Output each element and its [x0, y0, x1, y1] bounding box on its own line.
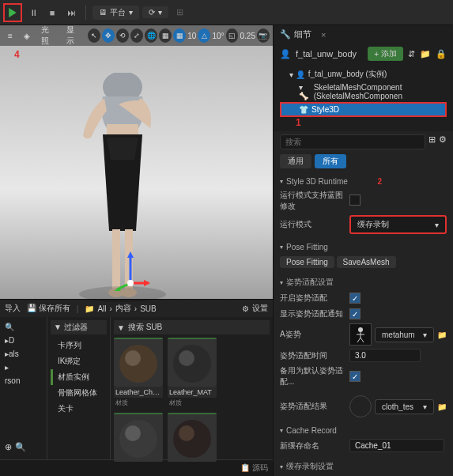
- cachename-input[interactable]: Cache_01: [349, 439, 444, 452]
- svg-point-19: [125, 425, 141, 441]
- posefit-button[interactable]: Pose Fitting: [280, 256, 334, 268]
- annotation-4: 4: [14, 49, 20, 60]
- askel-dropdown[interactable]: metahum▾: [375, 327, 434, 342]
- svg-point-13: [127, 280, 134, 286]
- settings-icon[interactable]: ⚙: [439, 134, 447, 149]
- svg-line-25: [357, 338, 361, 342]
- platform-dropdown[interactable]: 🖥平台▾: [92, 6, 139, 20]
- showpose-checkbox[interactable]: ✓: [349, 308, 361, 319]
- asset-thumb[interactable]: Leather_MAT材质: [168, 338, 217, 408]
- cursor-icon[interactable]: ↖: [88, 28, 100, 43]
- details-panel: 🔧细节× 👤 f_tal_unw_body + 添加 ⇵ 📁 🔒 ▾ 👤 f_t…: [273, 25, 453, 476]
- close-icon[interactable]: ×: [321, 30, 326, 40]
- angle-snap-icon[interactable]: △: [198, 28, 210, 43]
- add-component-button[interactable]: + 添加: [368, 47, 403, 61]
- settings-button[interactable]: ⚙设置: [242, 303, 268, 314]
- pause-icon[interactable]: ⏸: [25, 5, 41, 21]
- category-cachecfg[interactable]: 缓存录制设置: [280, 459, 447, 474]
- surface-icon[interactable]: ▦: [159, 28, 172, 43]
- savemesh-button[interactable]: SaveAsMesh: [337, 256, 396, 268]
- filter-item[interactable]: 关卡: [51, 401, 107, 417]
- source-item[interactable]: ▸als: [3, 347, 43, 361]
- svg-point-15: [125, 350, 141, 366]
- category-posefit[interactable]: Pose Fitting: [280, 240, 447, 254]
- tree-root[interactable]: ▾ 👤 f_tal_unw_body (实例): [280, 67, 447, 81]
- annotation-1: 1: [280, 117, 447, 128]
- filter-general[interactable]: 通用: [280, 154, 311, 168]
- category-runtime[interactable]: Style 3D Runtime2: [280, 175, 447, 188]
- footer-text: 📋 源码: [240, 463, 268, 474]
- filter-item[interactable]: 骨骼网格体: [51, 385, 107, 401]
- top-toolbar: ⏸ ■ ⏭ 🖥平台▾ ⟳▾ ⊞: [0, 0, 453, 25]
- svg-point-17: [179, 350, 194, 366]
- source-item[interactable]: ▸D: [3, 334, 43, 347]
- search-icon[interactable]: 🔍: [15, 442, 26, 452]
- import-button[interactable]: 导入: [5, 303, 21, 314]
- settings-dropdown[interactable]: ⟳▾: [142, 6, 168, 18]
- save-all-button[interactable]: 💾 保存所有: [27, 303, 70, 314]
- viewport[interactable]: ≡ ◈ 光照 显示 ↖ ✥ ⟲ ⤢ 🌐 ▦ ▦ 10 △ 10° ◱ 0.25 …: [0, 25, 273, 299]
- filter-icon[interactable]: ⊞: [428, 134, 436, 149]
- runmode-dropdown[interactable]: 缓存录制▾: [349, 215, 447, 234]
- posetime-input[interactable]: 3.0: [349, 349, 421, 362]
- filter-item[interactable]: 卡序列: [51, 338, 107, 353]
- skip-icon[interactable]: ⏭: [63, 5, 79, 21]
- category-cache[interactable]: Cache Record: [280, 424, 447, 437]
- source-item[interactable]: ▸: [3, 361, 43, 374]
- cloth-asset-icon[interactable]: [349, 395, 372, 417]
- scale-icon[interactable]: ⤢: [130, 28, 143, 43]
- object-name: f_tal_unw_body: [296, 49, 363, 59]
- component-tree: ▾ 👤 f_tal_unw_body (实例) ▾ 🦴 SkeletalMesh…: [274, 64, 453, 131]
- browse-icon[interactable]: 📁: [437, 331, 447, 339]
- search-icon[interactable]: 🔍: [5, 323, 14, 331]
- poseresult-dropdown[interactable]: cloth_tes▾: [375, 399, 434, 414]
- content-filters: ▼ 过滤器 卡序列 IK绑定 材质实例 骨骼网格体 关卡: [47, 317, 111, 459]
- grid-snap-icon[interactable]: ▦: [173, 28, 186, 43]
- tree-skeletal[interactable]: ▾ 🦴 SkeletalMeshComponent (SkeletalMeshC…: [280, 81, 447, 102]
- scale-snap-icon[interactable]: ◱: [226, 28, 239, 43]
- skeleton-icon[interactable]: [349, 323, 372, 346]
- world-icon[interactable]: 🌐: [145, 28, 157, 43]
- svg-rect-1: [107, 124, 138, 136]
- content-sources: 🔍 ▸D ▸als ▸ rson ⊕ 🔍: [0, 317, 47, 459]
- content-browser: 🔍 ▸D ▸als ▸ rson ⊕ 🔍 ▼ 过滤器 卡序列 IK绑定 材质实例…: [0, 317, 273, 459]
- content-path: ▼搜索 SUB: [114, 320, 270, 334]
- startpose-checkbox[interactable]: ✓: [349, 293, 361, 304]
- tree-style3d-selected[interactable]: 👕 Style3D: [280, 102, 447, 117]
- perspective-icon[interactable]: ◈: [19, 30, 35, 42]
- stop-icon[interactable]: ■: [44, 5, 60, 21]
- browse-icon[interactable]: 📁: [437, 402, 447, 411]
- svg-marker-8: [127, 251, 134, 258]
- audit-icon[interactable]: ⊞: [172, 5, 187, 21]
- svg-line-26: [361, 338, 364, 342]
- browse-icon[interactable]: ⇵: [408, 49, 415, 59]
- source-item[interactable]: rson: [3, 374, 43, 387]
- rotate-icon[interactable]: ⟲: [116, 28, 129, 43]
- transform-gizmo[interactable]: [111, 251, 150, 291]
- locate-icon[interactable]: 📁: [420, 49, 431, 59]
- breadcrumb[interactable]: 📁All› 内容› SUB: [85, 303, 156, 314]
- filter-item[interactable]: IK绑定: [51, 353, 107, 369]
- camera-icon[interactable]: 📷: [257, 28, 270, 43]
- asset-thumb[interactable]: Leather_Chesterfield材质: [114, 338, 163, 408]
- filter-all[interactable]: 所有: [315, 154, 346, 168]
- details-search-input[interactable]: [280, 134, 425, 149]
- filter-icon[interactable]: ▼: [54, 323, 62, 331]
- details-tab[interactable]: 🔧细节×: [280, 28, 326, 40]
- svg-marker-10: [144, 280, 150, 286]
- lighting-dropdown[interactable]: 光照: [36, 23, 60, 48]
- angle-snap-value[interactable]: 10°: [212, 32, 224, 40]
- show-dropdown[interactable]: 显示: [62, 23, 85, 48]
- defaultpose-checkbox[interactable]: ✓: [349, 371, 361, 382]
- blueprint-checkbox[interactable]: [349, 195, 361, 206]
- lock-icon[interactable]: 🔒: [436, 49, 447, 59]
- menu-icon[interactable]: ≡: [3, 30, 17, 42]
- grid-snap-value[interactable]: 10: [187, 32, 196, 40]
- collection-icon[interactable]: ⊕: [5, 442, 12, 452]
- scale-snap-value[interactable]: 0.25: [240, 32, 255, 40]
- play-button[interactable]: [3, 3, 22, 22]
- filter-item-active[interactable]: 材质实例: [51, 369, 107, 385]
- move-icon[interactable]: ✥: [102, 28, 115, 43]
- annotation-2: 2: [377, 177, 382, 186]
- category-posecfg[interactable]: 姿势适配设置: [280, 274, 447, 290]
